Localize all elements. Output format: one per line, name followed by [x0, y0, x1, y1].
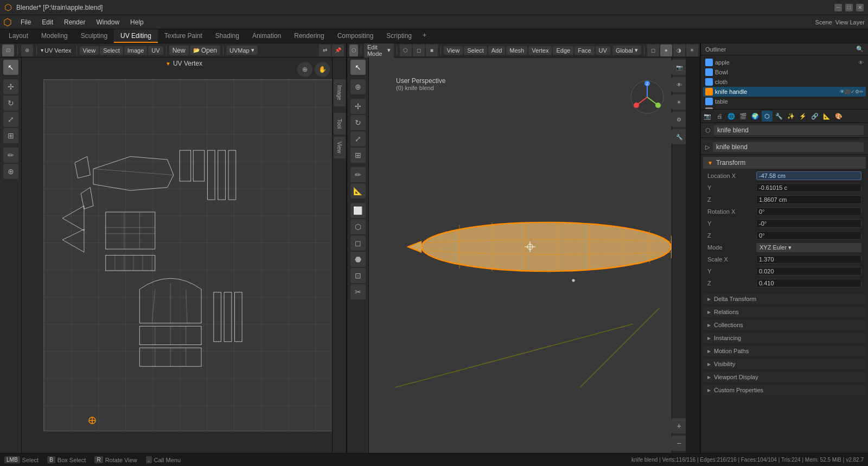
3d-face-menu[interactable]: Face — [575, 46, 594, 55]
vp-plus-btn[interactable]: + — [672, 418, 686, 433]
vp-prop-btn[interactable]: ⚙ — [672, 112, 686, 127]
outliner-item-apple[interactable]: apple 👁 — [703, 58, 866, 67]
prop-output-btn[interactable]: 🖨 — [714, 111, 725, 122]
3d-scale-btn[interactable]: ⤢ — [350, 131, 366, 146]
scale-tool-btn[interactable]: ⤢ — [3, 112, 18, 127]
3d-viewport-area[interactable]: User Perspective (0) knife blend — [369, 58, 686, 453]
3d-add-menu[interactable]: Add — [488, 46, 506, 55]
prop-data-btn[interactable]: 📐 — [821, 111, 832, 122]
3d-rotate-btn[interactable]: ↻ — [350, 115, 366, 130]
material-shading-btn[interactable]: ◑ — [673, 44, 685, 56]
prop-world-btn[interactable]: 🌍 — [750, 111, 761, 122]
prop-view-layer-btn[interactable]: 🌐 — [726, 111, 737, 122]
location-x-field[interactable] — [756, 171, 861, 180]
uv-open-button[interactable]: 📂 Open — [190, 46, 220, 55]
viewport-tool-vert[interactable]: ⬡ — [400, 44, 412, 56]
prop-physics-btn[interactable]: ⚡ — [797, 111, 808, 122]
outliner-item-cloth[interactable]: cloth — [703, 77, 866, 87]
rendered-shading-btn[interactable]: ☀ — [686, 44, 698, 56]
menu-blender-icon[interactable]: ⬡ — [3, 16, 12, 28]
data-name-display[interactable]: knife blend — [713, 142, 864, 152]
transform-header[interactable]: ▼ Transform — [703, 157, 866, 169]
3d-select-btn[interactable]: ↖ — [350, 60, 366, 75]
tab-sculpting[interactable]: Sculpting — [74, 29, 114, 43]
wireframe-shading-btn[interactable]: ◻ — [647, 44, 659, 56]
visibility-header[interactable]: ▶ Visibility — [703, 359, 866, 369]
uv-image-btn[interactable]: Image — [334, 79, 346, 106]
prop-modifier-btn[interactable]: 🔧 — [774, 111, 784, 122]
3d-mesh-menu[interactable]: Mesh — [506, 46, 527, 55]
solid-shading-btn[interactable]: ● — [660, 44, 672, 56]
prop-render-btn[interactable]: 📷 — [702, 111, 713, 122]
edit-mode-dropdown[interactable]: Edit Mode ▾ — [364, 43, 394, 58]
prop-material-btn[interactable]: 🎨 — [833, 111, 844, 122]
instancing-header[interactable]: ▶ Instancing — [703, 333, 866, 343]
uv-select-menu[interactable]: Select — [100, 46, 123, 55]
uv-pin-toggle[interactable]: 📌 — [332, 44, 344, 56]
tab-layout[interactable]: Layout — [2, 29, 35, 43]
prop-constraints-btn[interactable]: 🔗 — [809, 111, 820, 122]
minimize-button[interactable]: ─ — [834, 4, 842, 11]
viewport-display-header[interactable]: ▶ Viewport Display — [703, 372, 866, 382]
uv-tool-tab[interactable]: Tool — [334, 113, 346, 135]
location-y-field[interactable] — [756, 183, 861, 192]
menu-edit[interactable]: Edit — [37, 17, 58, 27]
3d-move-btn[interactable]: ✢ — [350, 99, 366, 114]
cursor-tool-btn2[interactable]: ⊕ — [3, 164, 18, 179]
move-tool-btn[interactable]: ✢ — [3, 79, 18, 94]
menu-help[interactable]: Help — [126, 17, 148, 27]
tab-shading[interactable]: Shading — [209, 29, 246, 43]
uv-new-button[interactable]: New — [169, 46, 189, 55]
uv-mesh-area[interactable] — [43, 79, 341, 431]
rotation-mode-dropdown[interactable]: XYZ Euler ▾ — [756, 243, 861, 252]
uv-vertex-toggle[interactable]: ▾ — [41, 47, 43, 53]
shading-global-dropdown[interactable]: Global ▾ — [612, 46, 641, 55]
viewport-tool-edge[interactable]: ◻ — [413, 44, 425, 56]
prop-particles-btn[interactable]: ✨ — [786, 111, 796, 122]
3d-annotate-btn[interactable]: ✏ — [350, 167, 366, 182]
uv-zoom-out-btn[interactable]: ⊕ — [297, 62, 312, 77]
vp-camera-btn[interactable]: 📷 — [672, 60, 686, 75]
3d-uv-menu[interactable]: UV — [596, 46, 610, 55]
3d-cursor-btn[interactable]: ⊕ — [350, 79, 366, 94]
scale-z-field[interactable] — [756, 279, 861, 288]
3d-bevel-btn[interactable]: ⬣ — [350, 252, 366, 267]
scale-y-field[interactable] — [756, 267, 861, 276]
rotation-x-field[interactable] — [756, 207, 861, 216]
tab-uv-editing[interactable]: UV Editing — [114, 29, 158, 43]
rotation-y-field[interactable] — [756, 219, 861, 228]
3d-inset-btn[interactable]: ◻ — [350, 235, 366, 251]
outliner-item-bowl[interactable]: Bowl — [703, 67, 866, 77]
3d-knife-btn[interactable]: ✂ — [350, 284, 366, 299]
object-name-display[interactable]: knife blend — [714, 125, 864, 135]
rotate-tool-btn[interactable]: ↻ — [3, 95, 18, 111]
uv-editor-icon[interactable]: ⊡ — [2, 44, 14, 56]
navigation-gizmo[interactable]: Z — [628, 78, 666, 116]
3d-add-cube-btn[interactable]: ⬜ — [350, 203, 366, 218]
close-button[interactable]: ✕ — [856, 4, 864, 11]
tab-scripting[interactable]: Scripting — [380, 29, 418, 43]
maximize-button[interactable]: □ — [845, 4, 853, 11]
annotate-tool-btn[interactable]: ✏ — [3, 148, 18, 163]
prop-object-btn[interactable]: ⬡ — [762, 111, 773, 122]
3d-editor-icon[interactable]: ⬡ — [349, 44, 358, 56]
tab-animation[interactable]: Animation — [246, 29, 288, 43]
tab-modeling[interactable]: Modeling — [35, 29, 74, 43]
tab-texture-paint[interactable]: Texture Paint — [158, 29, 209, 43]
vp-modifier-btn[interactable]: 🔧 — [672, 129, 686, 144]
3d-edge-menu[interactable]: Edge — [553, 46, 573, 55]
uv-sync-toggle[interactable]: ⇄ — [319, 44, 331, 56]
3d-extrude-btn[interactable]: ⬡ — [350, 219, 366, 234]
menu-window[interactable]: Window — [92, 17, 124, 27]
rotation-z-field[interactable] — [756, 231, 861, 240]
uv-image-menu[interactable]: Image — [124, 46, 148, 55]
tab-compositing[interactable]: Compositing — [331, 29, 380, 43]
tab-rendering[interactable]: Rendering — [288, 29, 330, 43]
uv-view-menu[interactable]: View — [80, 46, 99, 55]
uv-vertex-label[interactable]: UV Vertex — [44, 47, 72, 54]
3d-vertex-menu[interactable]: Vertex — [528, 46, 552, 55]
cursor-tool-btn[interactable]: ⊕ — [21, 44, 33, 56]
menu-file[interactable]: File — [16, 17, 35, 27]
3d-loop-cut-btn[interactable]: ⊡ — [350, 268, 366, 283]
location-z-field[interactable] — [756, 195, 861, 204]
